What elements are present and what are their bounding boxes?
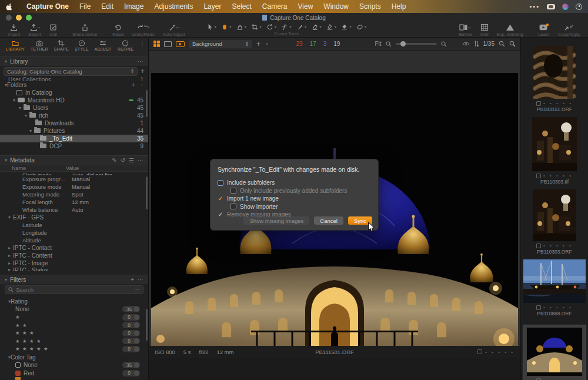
- filter-color-clipped[interactable]: [0, 377, 148, 380]
- metadata-row[interactable]: Exposure progr...Manual: [0, 175, 148, 183]
- zoom-window-button[interactable]: [26, 15, 32, 21]
- apple-menu-icon[interactable]: [6, 2, 13, 11]
- stepper-icon[interactable]: ▲▼: [131, 68, 134, 74]
- erase-mask-tool[interactable]: ▾: [309, 24, 323, 31]
- metadata-row[interactable]: White balanceAuto: [0, 206, 148, 214]
- disclosure-chevron-icon[interactable]: ▾: [25, 113, 27, 118]
- thumb-checkbox[interactable]: [536, 378, 541, 380]
- thumb-rating-dots[interactable]: • • • • •: [543, 173, 573, 178]
- metadata-more-button[interactable]: ⋯: [138, 157, 143, 164]
- multi-view-icon[interactable]: [153, 41, 160, 47]
- metadata-row[interactable]: Longitude: [0, 229, 148, 236]
- metadata-scrollbar[interactable]: [146, 176, 148, 209]
- more-status-icon[interactable]: •••: [529, 3, 540, 10]
- zoom-out-icon[interactable]: [386, 41, 392, 47]
- tab-tether[interactable]: TETHER: [28, 39, 51, 52]
- menu-file[interactable]: File: [74, 2, 96, 11]
- folders-header[interactable]: ▾ Folders +−: [0, 81, 148, 89]
- disclosure-chevron-icon[interactable]: ▾: [29, 128, 32, 134]
- menu-adjustments[interactable]: Adjustments: [149, 2, 198, 11]
- sort-icon[interactable]: [474, 41, 479, 47]
- checkmark-icon[interactable]: ✓: [218, 195, 223, 202]
- red-count[interactable]: 29: [296, 41, 302, 47]
- cull-button[interactable]: Cull: [45, 22, 61, 37]
- rotate-tool[interactable]: ▾: [265, 24, 279, 31]
- linear-gradient-tool[interactable]: ▾: [325, 24, 339, 31]
- menu-image[interactable]: Image: [119, 2, 149, 11]
- control-center-icon[interactable]: [547, 4, 555, 9]
- metadata-sync-icon[interactable]: ↺: [121, 157, 125, 164]
- close-window-button[interactable]: [6, 15, 12, 21]
- chevron-down-icon[interactable]: ▾: [266, 42, 268, 46]
- collapse-chevron-icon[interactable]: ▾: [5, 59, 7, 64]
- checkbox-show-importer[interactable]: Show importer: [218, 203, 371, 211]
- menu-layer[interactable]: Layer: [198, 2, 226, 11]
- metadata-edit-icon[interactable]: ✎: [112, 157, 116, 164]
- checkbox-box[interactable]: [230, 188, 236, 194]
- search-box[interactable]: ⋯: [5, 285, 143, 294]
- color-tag-group-header[interactable]: ▾ Color Tag: [0, 353, 148, 361]
- tab-library[interactable]: LIBRARY: [4, 39, 27, 52]
- tab-style[interactable]: STYLE: [72, 39, 91, 52]
- metadata-group-iptc-image[interactable]: ▸IPTC - Image: [0, 259, 148, 267]
- rating-dots[interactable]: • • • • •: [485, 349, 514, 355]
- metadata-list-icon[interactable]: ☰: [129, 157, 134, 164]
- thumb-checkbox[interactable]: [536, 244, 541, 248]
- filter-rating-3[interactable]: ★ ★ ★0: [0, 329, 148, 338]
- tree-item-in-catalog[interactable]: In Catalog: [0, 89, 148, 96]
- filter-rating-4[interactable]: ★ ★ ★ ★0: [0, 337, 148, 345]
- metadata-row[interactable]: Altitude: [0, 236, 148, 244]
- metadata-group-iptc-status[interactable]: ▸IPTC - Status: [0, 267, 148, 271]
- all-count[interactable]: 19: [333, 41, 340, 47]
- cancel-button[interactable]: Cancel: [314, 216, 343, 225]
- menu-window[interactable]: Window: [318, 2, 354, 11]
- stepper-icon[interactable]: ▲▼: [245, 41, 249, 47]
- exposure-warning-button[interactable]: Exp. Warning: [493, 22, 527, 37]
- filter-rating-none[interactable]: None35: [0, 305, 148, 314]
- search-input[interactable]: [16, 286, 132, 293]
- crop-tool[interactable]: ▾: [249, 24, 263, 31]
- green-count[interactable]: 17: [310, 41, 316, 47]
- add-filter-button[interactable]: +: [131, 276, 134, 283]
- loupe-tool[interactable]: ▾: [235, 24, 249, 31]
- thumbnail-cell-selected[interactable]: • • • • • PB111501.ORF: [523, 325, 586, 380]
- thumb-rating-dots[interactable]: • • • • •: [543, 378, 573, 380]
- import-button[interactable]: Import: [4, 22, 24, 37]
- before-after-button[interactable]: Before: [455, 22, 476, 37]
- collapse-chevron-icon[interactable]: ▾: [5, 158, 7, 163]
- filter-rating-1[interactable]: ★0: [0, 314, 148, 322]
- menu-edit[interactable]: Edit: [96, 2, 119, 11]
- menu-camera[interactable]: Camera: [257, 2, 293, 11]
- add-catalog-button[interactable]: +: [141, 67, 145, 75]
- filter-rating-2[interactable]: ★ ★0: [0, 321, 148, 329]
- search-filter-icon[interactable]: [499, 41, 505, 47]
- thumb-rating-dots[interactable]: • • • • •: [543, 305, 573, 310]
- straighten-tool[interactable]: ▾: [279, 24, 293, 31]
- filters-scrollbar[interactable]: [146, 309, 148, 341]
- add-layer-button[interactable]: +: [256, 40, 260, 48]
- add-folder-button[interactable]: +: [131, 81, 135, 88]
- user-collections-row[interactable]: User Collections 1: [0, 76, 148, 81]
- tree-item-users[interactable]: ▾ Users 45: [0, 104, 148, 112]
- tree-item-to-edit[interactable]: _To_Edit 35: [0, 135, 148, 142]
- thumb-checkbox[interactable]: [536, 305, 541, 310]
- menu-select[interactable]: Select: [226, 2, 256, 11]
- filters-panel-header[interactable]: ▾ Filters +⋯: [0, 275, 148, 284]
- tab-shape[interactable]: SHAPE: [52, 39, 71, 52]
- tab-refine[interactable]: REFINE: [115, 39, 136, 52]
- collapse-chevron-icon[interactable]: ▾: [5, 277, 7, 282]
- metadata-row[interactable]: Focal length12 mm: [0, 198, 148, 206]
- remove-folder-button[interactable]: −: [140, 81, 143, 88]
- tree-item-rich[interactable]: ▾ rich 45: [0, 112, 148, 119]
- checkbox-box[interactable]: [218, 180, 223, 186]
- catalog-select[interactable]: Catalog: Capture One Catalog ▲▼: [4, 67, 138, 76]
- metadata-group-exif-gps[interactable]: ▾EXIF - GPS: [0, 214, 148, 221]
- pan-hand-tool[interactable]: ▾: [219, 24, 233, 31]
- radial-gradient-tool[interactable]: ▾: [339, 24, 353, 31]
- menu-scripts[interactable]: Scripts: [354, 2, 386, 11]
- metadata-group-iptc-content[interactable]: ▸IPTC - Content: [0, 252, 148, 259]
- tree-scrollbar[interactable]: [146, 90, 148, 117]
- auto-adjust-button[interactable]: Auto Adjust: [159, 22, 189, 37]
- pick-checkbox[interactable]: [477, 349, 482, 354]
- siri-icon[interactable]: [562, 4, 569, 10]
